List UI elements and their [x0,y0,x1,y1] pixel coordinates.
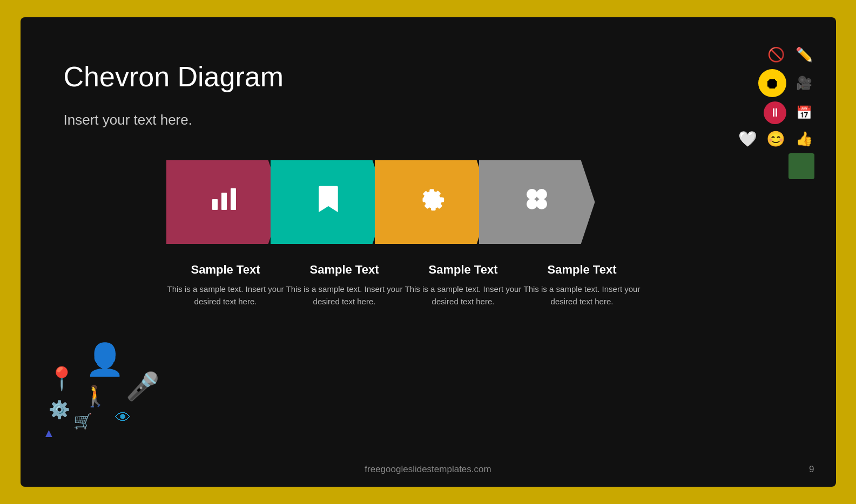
floating-icons-top-right: 🚫 ✏️ ⏺ 🎥 ⏸ 📅 🤍 😊 👍 [738,44,814,179]
smile-icon: 😊 [766,128,786,149]
no-icon: 🚫 [766,44,786,65]
label-body-3: This is a sample text. Insert your desir… [404,283,523,308]
svg-rect-2 [231,188,236,210]
icon-row-2: ⏺ 🎥 [738,69,814,97]
svg-point-4 [536,189,547,200]
icon-row-5 [738,153,814,179]
svg-point-6 [536,199,547,209]
chevron-2 [271,160,387,244]
label-col-3: Sample Text This is a sample text. Inser… [404,263,523,308]
label-title-1: Sample Text [166,263,285,277]
settings-icon: ⚙️ [49,399,70,420]
eye-icon: 👁 [115,408,131,427]
bar-chart-icon [209,184,239,221]
pencil-icon: ✏️ [794,44,814,65]
bookmark-icon [315,184,342,221]
pause-icon: ⏸ [764,101,786,124]
chevron-diagram [166,160,595,244]
cart-icon: 🛒 [73,412,92,430]
svg-point-5 [527,199,537,209]
camera-icon: 🎥 [794,73,814,93]
circles-icon [521,183,553,222]
label-title-3: Sample Text [404,263,523,277]
chevron-4 [479,160,595,244]
slide: Chevron Diagram Insert your text here. [21,17,836,487]
icon-row-3: ⏸ 📅 [738,101,814,124]
icon-row-4: 🤍 😊 👍 [738,128,814,149]
label-col-4: Sample Text This is a sample text. Inser… [523,263,642,308]
heart-icon: 🤍 [738,128,758,149]
label-body-1: This is a sample text. Insert your desir… [166,283,285,308]
record-icon: ⏺ [758,69,786,97]
label-col-2: Sample Text This is a sample text. Inser… [285,263,404,308]
green-square-icon [788,153,814,179]
label-title-4: Sample Text [523,263,642,277]
person-icon: 👤 [85,341,124,378]
icon-row-1: 🚫 ✏️ [738,44,814,65]
chevron-1 [166,160,282,244]
svg-point-3 [527,189,537,200]
chevron-3 [375,160,491,244]
figure-icon: 🚶 [83,384,108,408]
triangle-icon: ▲ [43,426,55,440]
svg-rect-0 [212,199,218,210]
label-col-1: Sample Text This is a sample text. Inser… [166,263,285,308]
labels-row: Sample Text This is a sample text. Inser… [166,263,642,308]
svg-rect-1 [221,193,227,210]
label-body-4: This is a sample text. Insert your desir… [523,283,642,308]
footer-text: freegoogleslidestemplates.com [21,464,836,475]
slide-subtitle: Insert your text here. [64,112,192,128]
thumbsup-icon: 👍 [794,128,814,149]
bottom-left-icons: 👤 🎤 📍 🚶 ⚙️ 👁 🛒 ▲ [31,341,172,460]
location-icon: 📍 [48,365,76,392]
calendar-icon: 📅 [794,103,814,123]
label-body-2: This is a sample text. Insert your desir… [285,283,404,308]
slide-title: Chevron Diagram [64,60,284,93]
label-title-2: Sample Text [285,263,404,277]
gear-icon [418,185,447,220]
mic-icon: 🎤 [126,371,159,402]
page-number: 9 [809,464,814,475]
